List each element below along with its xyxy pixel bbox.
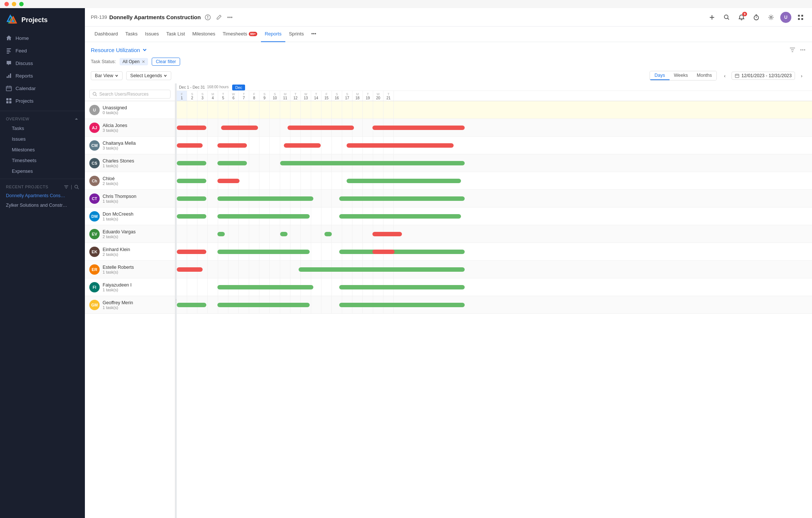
- gantt-user-row[interactable]: AJAlicia Jones3 task(s): [85, 119, 175, 137]
- gantt-bar[interactable]: [177, 179, 206, 183]
- recent-project-donnelly[interactable]: Donnelly Apartments Cons…: [0, 191, 85, 200]
- sidebar-sub-tasks[interactable]: Tasks: [0, 123, 85, 134]
- gantt-user-row[interactable]: FIFaiyazudeen I1 task(s): [85, 278, 175, 296]
- gantt-bar[interactable]: [372, 143, 454, 148]
- gantt-bar[interactable]: [177, 267, 203, 272]
- search-icon-small[interactable]: [74, 185, 79, 189]
- gantt-bar[interactable]: [372, 214, 461, 219]
- notification-button[interactable]: 9: [736, 12, 747, 23]
- gantt-bar[interactable]: [288, 126, 354, 130]
- tab-more[interactable]: •••: [307, 27, 320, 42]
- tab-timesheets[interactable]: Timesheets 99+: [219, 27, 261, 42]
- sidebar-sub-issues[interactable]: Issues: [0, 134, 85, 144]
- gantt-bar[interactable]: [177, 196, 206, 201]
- gantt-bar[interactable]: [177, 143, 203, 148]
- gantt-bar[interactable]: [217, 161, 247, 165]
- gantt-user-row[interactable]: CSCharles Stones1 task(s): [85, 154, 175, 172]
- gantt-bar[interactable]: [372, 161, 465, 165]
- gantt-user-row[interactable]: EREstelle Roberts1 task(s): [85, 261, 175, 278]
- gantt-bar[interactable]: [372, 303, 465, 307]
- gantt-bar[interactable]: [217, 179, 240, 183]
- filter-icon[interactable]: [789, 47, 796, 53]
- gantt-bar[interactable]: [280, 232, 288, 236]
- gantt-bar[interactable]: [372, 126, 465, 130]
- gantt-bar[interactable]: [398, 250, 465, 254]
- timer-button[interactable]: [751, 12, 762, 23]
- gantt-bar[interactable]: [217, 250, 310, 254]
- sidebar-item-reports[interactable]: Reports: [0, 69, 85, 82]
- sidebar-item-feed[interactable]: Feed: [0, 44, 85, 57]
- gantt-user-row[interactable]: EKEinhard Klein2 task(s): [85, 243, 175, 261]
- gantt-bar[interactable]: [217, 285, 313, 289]
- gantt-search-box[interactable]: Search Users/Resources: [89, 90, 171, 99]
- gantt-user-row[interactable]: ChChloé2 task(s): [85, 172, 175, 190]
- grid-button[interactable]: [795, 12, 806, 23]
- gantt-user-row[interactable]: DMDon McCreesh1 task(s): [85, 207, 175, 225]
- gantt-bar[interactable]: [372, 250, 395, 254]
- gantt-months-tab[interactable]: Months: [692, 71, 716, 80]
- sidebar-item-home[interactable]: Home: [0, 32, 85, 44]
- gantt-bar[interactable]: [177, 161, 206, 165]
- tab-tasks[interactable]: Tasks: [122, 27, 141, 42]
- gantt-days-tab[interactable]: Days: [650, 71, 669, 80]
- gantt-user-row[interactable]: GMGeoffrey Merin1 task(s): [85, 296, 175, 314]
- filter-chip-close[interactable]: ✕: [142, 59, 145, 64]
- gantt-user-row[interactable]: CTChris Thompson1 task(s): [85, 190, 175, 207]
- gantt-bar[interactable]: [372, 179, 461, 183]
- sidebar-sub-timesheets[interactable]: Timesheets: [0, 155, 85, 166]
- gantt-bar[interactable]: [217, 196, 313, 201]
- maximize-dot[interactable]: [19, 2, 24, 6]
- more-options-icon[interactable]: [799, 47, 806, 53]
- clear-filter-button[interactable]: Clear filter: [152, 58, 180, 66]
- tab-dashboard[interactable]: Dashboard: [91, 27, 122, 42]
- gantt-bar[interactable]: [372, 267, 465, 272]
- gantt-bar[interactable]: [217, 214, 310, 219]
- sidebar-sub-expenses[interactable]: Expenses: [0, 166, 85, 176]
- gantt-bar[interactable]: [217, 143, 247, 148]
- gantt-bar[interactable]: [324, 232, 332, 236]
- gantt-bar[interactable]: [221, 126, 258, 130]
- tab-reports[interactable]: Reports: [261, 27, 285, 42]
- gantt-user-row[interactable]: UUnassigned0 task(s): [85, 101, 175, 119]
- gantt-bar[interactable]: [177, 250, 206, 254]
- close-dot[interactable]: [4, 2, 9, 6]
- gantt-user-row[interactable]: CMChaitanya Mella3 task(s): [85, 137, 175, 154]
- gantt-bar[interactable]: [217, 232, 225, 236]
- gantt-user-row[interactable]: EVEduardo Vargas2 task(s): [85, 225, 175, 243]
- gantt-prev-btn[interactable]: ‹: [720, 71, 729, 80]
- gantt-bar[interactable]: [177, 303, 206, 307]
- tab-sprints[interactable]: Sprints: [285, 27, 307, 42]
- filter-icon[interactable]: [64, 185, 69, 189]
- avatar[interactable]: U: [780, 12, 791, 23]
- tab-tasklist[interactable]: Task List: [162, 27, 189, 42]
- bar-view-dropdown[interactable]: Bar View: [91, 71, 123, 80]
- gantt-bar[interactable]: [177, 214, 206, 219]
- edit-icon[interactable]: [215, 13, 223, 21]
- gantt-date-range[interactable]: 12/01/2023 - 12/31/2023: [732, 72, 795, 80]
- sidebar-item-calendar[interactable]: Calendar: [0, 82, 85, 95]
- search-button[interactable]: [721, 12, 732, 23]
- report-title-dropdown[interactable]: Resource Utilization: [91, 47, 147, 53]
- sidebar-item-discuss[interactable]: Discuss: [0, 57, 85, 69]
- sidebar-logo[interactable]: Projects: [0, 8, 85, 30]
- tab-milestones[interactable]: Milestones: [189, 27, 219, 42]
- more-icon[interactable]: •••: [226, 13, 234, 21]
- gantt-bar[interactable]: [177, 126, 206, 130]
- minimize-dot[interactable]: [12, 2, 16, 6]
- gantt-next-btn[interactable]: ›: [797, 71, 806, 80]
- settings-button[interactable]: [765, 12, 777, 23]
- tab-issues[interactable]: Issues: [141, 27, 163, 42]
- recent-project-zylker[interactable]: Zylker Solutions and Constr…: [0, 200, 85, 210]
- gantt-bar[interactable]: [284, 143, 321, 148]
- add-button[interactable]: [706, 12, 718, 23]
- sidebar-sub-milestones[interactable]: Milestones: [0, 144, 85, 155]
- gantt-weeks-tab[interactable]: Weeks: [670, 71, 692, 80]
- filter-chip[interactable]: All Open ✕: [120, 58, 148, 65]
- gantt-bar[interactable]: [372, 196, 465, 201]
- info-icon[interactable]: [204, 13, 212, 21]
- sidebar-item-projects[interactable]: Projects: [0, 95, 85, 107]
- gantt-bar[interactable]: [217, 303, 310, 307]
- gantt-bar[interactable]: [372, 285, 465, 289]
- select-legends-dropdown[interactable]: Select Legends: [126, 71, 171, 80]
- gantt-bar[interactable]: [372, 232, 402, 236]
